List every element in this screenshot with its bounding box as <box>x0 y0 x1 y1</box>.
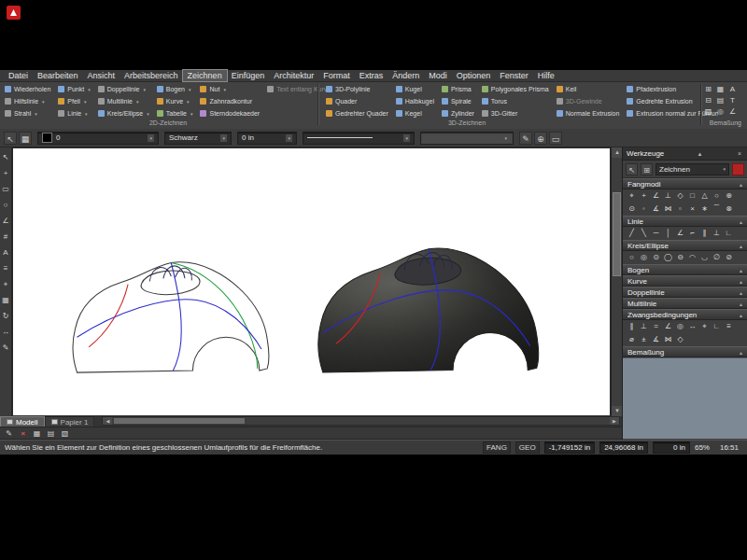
snap-icon-b-1[interactable]: ◦ <box>638 203 650 216</box>
ribbon-item-zylinder[interactable]: Zylinder <box>439 107 477 119</box>
snap-icon-b-5[interactable]: × <box>686 203 698 216</box>
panel-close-icon[interactable]: × <box>736 150 743 157</box>
snap-icon-8[interactable]: ⊕ <box>723 189 735 203</box>
side-tool-icon-0[interactable]: ↖ <box>1 149 11 165</box>
panel-section-kurve[interactable]: Kurve ▴ <box>623 275 747 287</box>
text-tool-icon-2[interactable]: T <box>726 95 739 106</box>
constraint-icon-4[interactable]: ◎ <box>674 320 686 333</box>
constraint-icon-b-4[interactable]: ◇ <box>674 333 686 346</box>
text-tool-icon-0[interactable]: ⊟ <box>702 95 714 106</box>
panel-category-combo[interactable]: Zeichnen ▾ <box>655 163 729 175</box>
ribbon-item-wiederholen[interactable]: Wiederholen <box>2 83 53 95</box>
bottom-tool-icon-1[interactable]: × <box>17 428 29 439</box>
hatch-tool-icon-0[interactable]: ▧ <box>702 106 714 118</box>
side-tool-icon-8[interactable]: ⌖ <box>1 276 11 292</box>
menu-zeichnen[interactable]: Zeichnen <box>183 70 227 81</box>
ribbon-item-hilfslinie[interactable]: Hilfslinie▾ <box>2 95 53 107</box>
line-tool-icon-6[interactable]: ∥ <box>698 227 711 240</box>
snap-icon-4[interactable]: ◇ <box>674 189 686 203</box>
ribbon-item-kugel[interactable]: Kugel <box>393 83 437 95</box>
menu-ansicht[interactable]: Ansicht <box>83 70 120 81</box>
ribbon-item-normale-extrusion[interactable]: Normale Extrusion <box>554 107 623 119</box>
snap-icon-b-3[interactable]: ⋈ <box>662 203 674 216</box>
ribbon-item-linie[interactable]: Linie▾ <box>55 107 92 119</box>
ribbon-item-polygonales-prisma[interactable]: Polygonales Prisma <box>479 83 552 95</box>
panel-select-icon[interactable]: ↖ <box>626 163 638 175</box>
panel-section-bemassung[interactable]: Bemaßung ▴ <box>623 346 747 357</box>
snap-icon-b-8[interactable]: ⊗ <box>723 203 735 216</box>
coordinate-z-field[interactable]: 0 in <box>653 441 690 454</box>
propbar-tool-icon-1[interactable]: ▦ <box>19 132 32 145</box>
menu-fenster[interactable]: Fenster <box>495 70 533 81</box>
line-style-combo[interactable]: ▾ <box>303 132 415 145</box>
panel-section-bogen[interactable]: Bogen ▴ <box>623 264 747 275</box>
menu-modi[interactable]: Modi <box>424 70 452 81</box>
side-tool-icon-10[interactable]: ↻ <box>1 308 11 324</box>
ribbon-item-halbkugel[interactable]: Halbkugel <box>393 95 437 107</box>
ribbon-item-pfeil[interactable]: Pfeil▾ <box>55 95 92 107</box>
panel-record-icon[interactable] <box>732 163 744 175</box>
drawing-canvas[interactable] <box>12 147 611 416</box>
vertical-scroll-thumb[interactable] <box>613 192 621 276</box>
snap-icon-6[interactable]: △ <box>698 189 711 203</box>
bottom-tool-icon-4[interactable]: ▧ <box>59 428 71 439</box>
ribbon-item-punkt[interactable]: Punkt▾ <box>55 83 92 95</box>
menu-einfuegen[interactable]: Einfügen <box>227 70 270 81</box>
circle-tool-icon-0[interactable]: ○ <box>626 251 638 264</box>
circle-tool-icon-8[interactable]: ⊘ <box>723 251 735 264</box>
constraint-icon-5[interactable]: ↔ <box>686 320 698 333</box>
side-tool-icon-1[interactable]: + <box>1 165 11 181</box>
tab-modell[interactable]: Modell <box>0 416 45 427</box>
text-tool-icon-1[interactable]: ▤ <box>714 95 726 106</box>
constraint-icon-b-0[interactable]: ⌀ <box>626 333 638 346</box>
panel-title-bar[interactable]: Werkzeuge ▴ × <box>623 147 747 161</box>
ribbon-item-sterndodekaeder[interactable]: Sterndodekaeder <box>197 107 262 119</box>
scroll-left-icon[interactable]: ◀ <box>103 417 112 425</box>
ribbon-item-quader[interactable]: Quader <box>323 95 391 107</box>
line-tool-icon-0[interactable]: ╱ <box>626 227 638 240</box>
menu-optionen[interactable]: Optionen <box>452 70 496 81</box>
menu-format[interactable]: Format <box>318 70 355 81</box>
constraint-icon-b-1[interactable]: ± <box>638 333 650 346</box>
panel-section-kreis-ellipse[interactable]: Kreis/Ellipse ▴ <box>623 240 747 251</box>
ribbon-item-spirale[interactable]: Spirale <box>439 95 477 107</box>
propbar-tool-icon-0[interactable]: ↖ <box>4 132 17 145</box>
snap-icon-b-0[interactable]: ⊙ <box>626 203 638 216</box>
line-tool-icon-4[interactable]: ∠ <box>674 227 686 240</box>
circle-tool-icon-4[interactable]: ⊖ <box>674 251 686 264</box>
snap-icon-0[interactable]: ⌖ <box>626 189 638 203</box>
ribbon-item-torus[interactable]: Torus <box>479 95 552 107</box>
menu-hilfe[interactable]: Hilfe <box>533 70 559 81</box>
ribbon-item-nut[interactable]: Nut▾ <box>197 83 262 95</box>
menu-extras[interactable]: Extras <box>355 70 388 81</box>
line-width-combo[interactable]: 0 in ▾ <box>237 132 297 145</box>
snap-icon-7[interactable]: ○ <box>711 189 723 203</box>
horizontal-scroll-thumb[interactable] <box>114 418 245 424</box>
vertical-scrollbar[interactable]: ▲ ▼ <box>611 147 622 416</box>
line-tool-icon-2[interactable]: ─ <box>650 227 662 240</box>
snap-icon-b-4[interactable]: ▫ <box>674 203 686 216</box>
menu-architektur[interactable]: Architektur <box>269 70 318 81</box>
bottom-tool-icon-0[interactable]: ✎ <box>3 428 15 439</box>
constraint-icon-7[interactable]: ∟ <box>711 320 723 333</box>
side-tool-icon-3[interactable]: ○ <box>1 197 11 213</box>
circle-tool-icon-5[interactable]: ◠ <box>686 251 698 264</box>
side-tool-icon-5[interactable]: # <box>1 229 11 245</box>
snap-icon-3[interactable]: ⊥ <box>662 189 674 203</box>
dimension-tool-icon-1[interactable]: ▦ <box>714 84 726 95</box>
menu-aendern[interactable]: Ändern <box>388 70 424 81</box>
panel-section-zwangsbedingungen[interactable]: Zwangsbedingungen ▴ <box>623 309 747 320</box>
constraint-icon-1[interactable]: ⊥ <box>638 320 650 333</box>
line-tool-icon-1[interactable]: ╲ <box>638 227 650 240</box>
ribbon-item-kurve[interactable]: Kurve▾ <box>154 95 196 107</box>
circle-tool-icon-1[interactable]: ◎ <box>638 251 650 264</box>
panel-section-doppellinie[interactable]: Doppellinie ▴ <box>623 287 747 298</box>
ribbon-item-multilinie[interactable]: Multilinie▾ <box>95 95 152 107</box>
panel-section-linie[interactable]: Linie ▴ <box>623 216 747 227</box>
ribbon-item-kreis-ellipse[interactable]: Kreis/Ellipse▾ <box>95 107 152 119</box>
snap-icon-b-7[interactable]: ⌒ <box>711 203 723 216</box>
bottom-tool-icon-3[interactable]: ▤ <box>45 428 57 439</box>
ribbon-item-3d-polylinie[interactable]: 3D-Polylinie <box>323 83 391 95</box>
layer-combo[interactable]: 0 ▾ <box>37 132 159 145</box>
snap-icon-2[interactable]: ∠ <box>650 189 662 203</box>
